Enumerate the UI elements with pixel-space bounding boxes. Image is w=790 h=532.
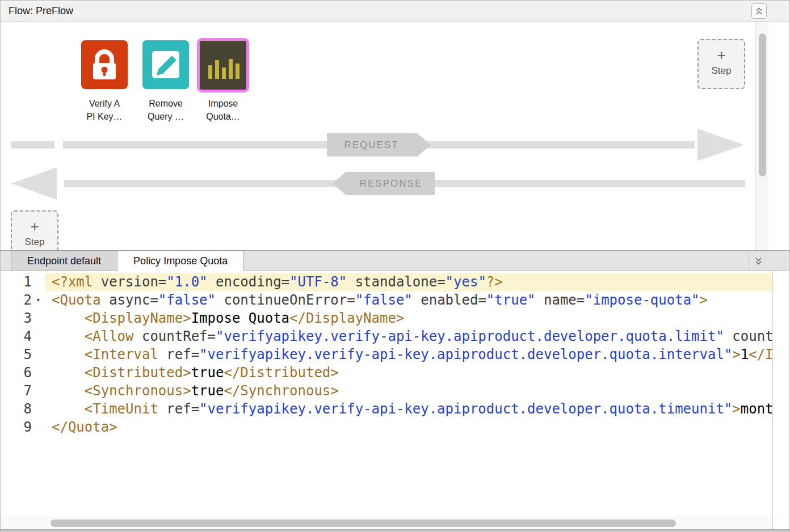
code-line[interactable]: 6 <Distributed>true</Distributed> <box>1 364 772 382</box>
code-line[interactable]: 5 <Interval ref="verifyapikey.verify-api… <box>1 345 772 364</box>
policy-step-impose-quota-selected[interactable]: Impose Quota… <box>191 40 255 92</box>
policy-label: Remove Query … <box>134 97 198 123</box>
code-text[interactable]: <TimeUnit ref="verifyapikey.verify-api-k… <box>45 400 772 418</box>
line-number: 5 <box>1 345 32 364</box>
plus-icon: + <box>12 219 57 234</box>
tab-endpoint-default[interactable]: Endpoint default <box>11 251 117 271</box>
fold-spacer <box>32 418 45 436</box>
request-badge: REQUEST <box>327 133 431 157</box>
window-bottom-edge <box>1 529 789 532</box>
policy-label: Verify A PI Key… <box>73 97 136 123</box>
scrollbar-corner <box>772 517 790 529</box>
response-arrowhead-icon <box>11 167 57 200</box>
response-badge: RESPONSE <box>333 172 435 195</box>
policy-label-line2: Query … <box>134 110 198 123</box>
policy-label-line1: Remove <box>134 97 198 110</box>
fold-arrow-icon[interactable]: ▾ <box>32 291 45 309</box>
add-step-button-response[interactable]: + Step <box>11 210 58 250</box>
policy-label-line1: Verify A <box>73 97 136 110</box>
code-text[interactable]: </Quota> <box>45 418 772 436</box>
code-text[interactable]: <?xml version="1.0" encoding="UTF-8" sta… <box>45 273 772 291</box>
fold-spacer <box>32 382 45 400</box>
code-line[interactable]: 2▾<Quota async="false" continueOnError="… <box>1 291 772 309</box>
code-lines: 1<?xml version="1.0" encoding="UTF-8" st… <box>1 273 772 436</box>
collapse-editor-button[interactable] <box>752 255 764 267</box>
code-text[interactable]: <Interval ref="verifyapikey.verify-api-k… <box>45 345 772 364</box>
request-arrowhead-icon <box>697 129 744 161</box>
policy-step-remove-query-param[interactable]: Remove Query … <box>134 40 198 89</box>
fold-spacer <box>32 400 45 418</box>
fold-spacer <box>32 309 45 327</box>
fold-spacer <box>32 345 45 364</box>
code-text[interactable]: <Allow countRef="verifyapikey.verify-api… <box>45 327 772 345</box>
code-line[interactable]: 4 <Allow countRef="verifyapikey.verify-a… <box>1 327 772 345</box>
fold-spacer <box>32 364 45 382</box>
pencil-icon <box>142 40 189 89</box>
code-text[interactable]: <DisplayName>Impose Quota</DisplayName> <box>45 309 772 327</box>
line-number: 4 <box>1 327 32 345</box>
tab-label: Endpoint default <box>27 255 101 267</box>
policy-label-line1: Impose <box>191 97 255 110</box>
flow-scrollbar-thumb[interactable] <box>759 33 766 176</box>
add-step-button-request[interactable]: + Step <box>697 39 745 89</box>
chevron-double-up-icon <box>755 7 763 16</box>
line-number: 8 <box>1 400 32 418</box>
tab-policy-impose-quota[interactable]: Policy Impose Quota <box>117 251 244 271</box>
add-step-label: Step <box>699 65 744 77</box>
code-line[interactable]: 7 <Synchronous>true</Synchronous> <box>1 382 772 400</box>
add-step-label: Step <box>12 237 57 248</box>
policy-label-line2: PI Key… <box>73 110 136 123</box>
line-number: 3 <box>1 309 32 327</box>
line-number: 2 <box>1 291 32 309</box>
editor-hscrollbar-thumb[interactable] <box>51 520 676 527</box>
line-number: 1 <box>1 273 32 291</box>
bar-chart-icon <box>200 41 246 90</box>
line-number: 6 <box>1 364 32 382</box>
code-text[interactable]: <Quota async="false" continueOnError="fa… <box>45 291 772 309</box>
flow-canvas: Verify A PI Key… Remove Query … <box>1 22 789 250</box>
flow-header: Flow: PreFlow <box>1 1 789 22</box>
request-bar-stub <box>11 141 54 149</box>
fold-spacer <box>32 273 45 291</box>
code-text[interactable]: <Synchronous>true</Synchronous> <box>45 382 772 400</box>
editor-right-gutter <box>772 271 790 517</box>
chevron-double-down-icon <box>754 256 763 265</box>
line-number: 7 <box>1 382 32 400</box>
tab-bar-divider <box>749 251 749 271</box>
request-label: REQUEST <box>344 140 398 151</box>
policy-label: Impose Quota… <box>191 97 255 123</box>
tab-label: Policy Impose Quota <box>133 255 228 267</box>
flow-scrollbar-track[interactable] <box>755 22 768 250</box>
editor-tab-bar: Endpoint default Policy Impose Quota <box>1 250 789 271</box>
api-proxy-flow-editor: Flow: PreFlow Verify A PI Key… <box>0 0 790 532</box>
editor-hscrollbar-track[interactable] <box>1 517 772 529</box>
policy-step-verify-api-key[interactable]: Verify A PI Key… <box>73 40 136 89</box>
code-line[interactable]: 1<?xml version="1.0" encoding="UTF-8" st… <box>1 273 772 291</box>
code-line[interactable]: 9</Quota> <box>1 418 772 436</box>
flow-title: Flow: PreFlow <box>9 1 73 21</box>
plus-icon: + <box>699 48 744 62</box>
response-label: RESPONSE <box>360 178 422 189</box>
collapse-flow-panel-button[interactable] <box>751 3 767 19</box>
selection-ring <box>197 38 249 92</box>
code-line[interactable]: 3 <DisplayName>Impose Quota</DisplayName… <box>1 309 772 327</box>
code-text[interactable]: <Distributed>true</Distributed> <box>45 364 772 382</box>
policy-label-line2: Quota… <box>191 110 255 123</box>
code-line[interactable]: 8 <TimeUnit ref="verifyapikey.verify-api… <box>1 400 772 418</box>
line-number: 9 <box>1 418 32 436</box>
fold-spacer <box>32 327 45 345</box>
code-editor[interactable]: 1<?xml version="1.0" encoding="UTF-8" st… <box>1 271 772 517</box>
lock-icon <box>81 40 128 89</box>
